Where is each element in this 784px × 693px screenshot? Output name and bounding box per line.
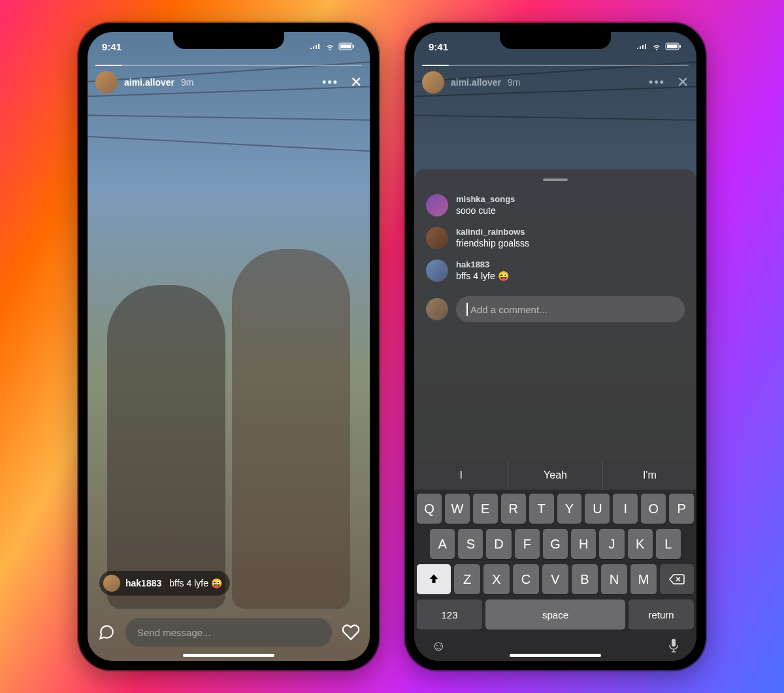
phone-left: 9:41 aimi.allover 9m ••• ✕ hak1883 bffs … [78,23,379,670]
comment-icon[interactable] [97,622,116,642]
return-key[interactable]: return [629,600,694,630]
comment-username[interactable]: hak1883 [456,260,509,269]
key-e[interactable]: E [473,494,498,524]
keyboard-footer: ☺ [417,635,694,654]
key-c[interactable]: C [513,564,539,594]
key-z[interactable]: Z [454,564,480,594]
keyboard-row-3: Z X C V B N M [417,564,694,594]
key-r[interactable]: R [501,494,526,524]
story-progress[interactable] [95,65,362,66]
commenter-avatar [103,575,120,592]
wifi-icon [325,42,335,50]
key-o[interactable]: O [641,494,666,524]
story-timestamp: 9m [181,77,193,88]
notch [500,32,611,49]
keyboard: Q W E R T Y U I O P A S D F G H [414,490,696,661]
key-v[interactable]: V [542,564,568,594]
key-p[interactable]: P [669,494,694,524]
commenter-avatar[interactable] [426,227,448,249]
backspace-key[interactable] [660,564,694,594]
screen-right: 9:41 aimi.allover 9m ••• ✕ mishka_songs … [414,32,696,661]
shift-key[interactable] [417,564,451,594]
battery-icon [665,42,682,50]
key-f[interactable]: F [515,529,540,559]
comment-placeholder: Add a comment... [470,304,547,315]
commenter-text: bffs 4 lyfe 😜 [169,578,222,588]
more-icon[interactable]: ••• [322,76,338,90]
battery-icon [338,42,355,50]
comment-row[interactable]: kalindi_rainbows friendship goalsss [414,222,696,254]
svg-rect-6 [672,639,676,647]
key-d[interactable]: D [486,529,511,559]
key-i[interactable]: I [613,494,638,524]
author-avatar[interactable] [422,71,444,93]
more-icon[interactable]: ••• [649,76,665,90]
key-g[interactable]: G [543,529,568,559]
message-placeholder: Send message... [137,627,211,638]
key-n[interactable]: N [601,564,627,594]
suggestion-key[interactable]: I'm [603,461,696,490]
wifi-icon [651,42,662,50]
like-icon[interactable] [341,622,361,642]
add-comment-row: Add a comment... [414,287,696,329]
keyboard-row-1: Q W E R T Y U I O P [417,494,694,524]
key-q[interactable]: Q [417,494,442,524]
author-avatar[interactable] [95,71,118,93]
story-timestamp: 9m [508,77,520,88]
key-b[interactable]: B [572,564,598,594]
emoji-icon[interactable]: ☺ [431,637,446,654]
svg-rect-2 [353,45,354,48]
key-w[interactable]: W [445,494,470,524]
signal-icon [636,42,648,50]
comment-username[interactable]: mishka_songs [456,194,515,204]
key-s[interactable]: S [458,529,483,559]
commenter-avatar[interactable] [426,194,448,216]
key-a[interactable]: A [430,529,455,559]
comment-row[interactable]: hak1883 bffs 4 lyfe 😜 [414,254,696,287]
suggestion-key[interactable]: Yeah [508,461,602,490]
mic-icon[interactable] [668,637,679,654]
screen-left: 9:41 aimi.allover 9m ••• ✕ hak1883 bffs … [88,32,370,661]
comment-sheet: mishka_songs sooo cute kalindi_rainbows … [414,169,696,661]
key-x[interactable]: X [483,564,510,594]
commenter-avatar[interactable] [426,260,448,282]
comment-text: sooo cute [456,205,515,216]
sheet-grabber[interactable] [543,178,568,181]
suggestion-key[interactable]: I [414,461,508,490]
key-k[interactable]: K [628,529,653,559]
story-comment-preview[interactable]: hak1883 bffs 4 lyfe 😜 [99,571,230,596]
home-indicator[interactable] [183,654,274,657]
key-l[interactable]: L [656,529,681,559]
comment-row[interactable]: mishka_songs sooo cute [414,189,696,222]
key-m[interactable]: M [630,564,657,594]
space-key[interactable]: space [485,600,625,630]
message-input[interactable]: Send message... [125,618,332,647]
numbers-key[interactable]: 123 [417,600,482,630]
comment-text: friendship goalsss [456,238,529,248]
comment-username[interactable]: kalindi_rainbows [456,227,529,237]
comment-text: bffs 4 lyfe 😜 [456,271,509,281]
status-time: 9:41 [102,41,122,52]
author-username[interactable]: aimi.allover [451,77,501,88]
key-t[interactable]: T [529,494,554,524]
author-username[interactable]: aimi.allover [124,77,174,88]
notch [173,32,284,49]
key-u[interactable]: U [585,494,610,524]
story-header: aimi.allover 9m ••• ✕ [422,71,689,93]
status-time: 9:41 [429,41,448,52]
key-h[interactable]: H [571,529,596,559]
key-y[interactable]: Y [557,494,582,524]
svg-rect-1 [340,44,351,48]
close-icon[interactable]: ✕ [350,74,362,91]
story-image[interactable] [88,32,370,661]
current-user-avatar[interactable] [426,298,448,320]
signal-icon [310,42,321,50]
close-icon[interactable]: ✕ [677,74,689,91]
keyboard-row-4: 123 space return [417,600,694,630]
comment-input[interactable]: Add a comment... [456,296,685,322]
keyboard-suggestions: I Yeah I'm [414,461,696,490]
story-progress[interactable] [422,65,689,66]
story-footer: Send message... [97,618,361,647]
home-indicator[interactable] [510,654,601,657]
key-j[interactable]: J [599,529,624,559]
